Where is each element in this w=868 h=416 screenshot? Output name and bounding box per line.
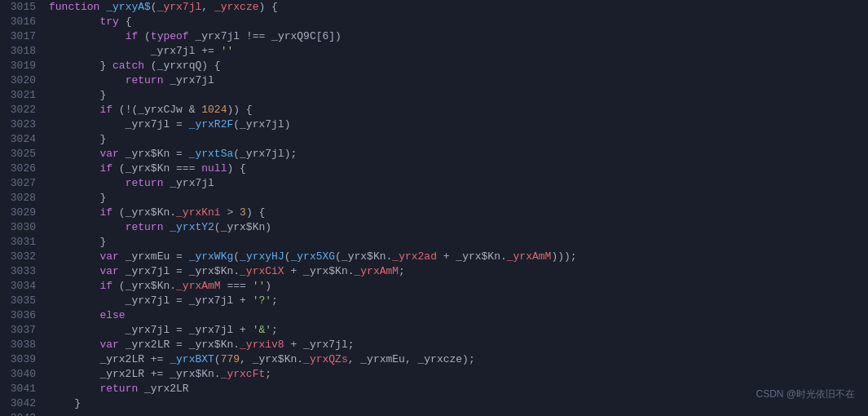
code-line: _yrx2LR += _yrx$Kn._yrxcFt;: [49, 367, 868, 382]
line-number: 3028: [7, 191, 36, 206]
line-number: 3029: [7, 206, 36, 220]
token-plain: ) {: [201, 60, 220, 72]
token-plain: _yrx2LR: [138, 383, 188, 395]
watermark: CSDN @时光依旧不在: [756, 387, 855, 401]
line-number: 3023: [7, 117, 36, 132]
line-number: 3040: [7, 367, 36, 382]
code-line: var _yrx2LR = _yrx$Kn._yrxiv8 + _yrx7jl;: [49, 338, 868, 352]
token-plain: _yrx7jl +=: [49, 45, 221, 57]
token-plain: [49, 265, 99, 277]
token-plain: [49, 177, 126, 189]
token-plain: , _yrxmEu, _yrxcze);: [348, 353, 475, 365]
token-plain: (: [151, 1, 157, 13]
token-kw: var: [99, 148, 118, 160]
token-plain: [49, 15, 99, 28]
line-number: 3036: [7, 308, 36, 323]
line-number: 3026: [7, 162, 36, 176]
token-param: _yrx7jl: [157, 1, 202, 13]
token-plain: [49, 280, 99, 292]
code-line: else: [49, 308, 868, 323]
line-number: 3024: [7, 132, 36, 147]
token-plain: (_yrx7jl): [233, 118, 290, 131]
token-plain: (_yrx$Kn.: [112, 280, 176, 292]
token-plain: _yrx7jl !== _yrxQ9C[6]): [195, 30, 341, 42]
code-line: _yrx7jl = _yrx7jl + '&';: [49, 323, 868, 338]
line-number: 3015: [7, 0, 36, 15]
token-plain: , _yrx$Kn.: [240, 353, 303, 365]
token-plain: (_yrx$Kn.: [335, 250, 392, 263]
token-plain: _yrx7jl: [163, 177, 214, 189]
token-plain: [49, 148, 99, 160]
token-prop: _yrxAmM: [176, 280, 221, 292]
token-kw: if: [99, 280, 112, 292]
token-fn: _yrxyHJ: [240, 250, 284, 263]
token-fn: _yrxBXT: [170, 353, 214, 365]
token-kw: return: [126, 74, 164, 86]
token-plain: [49, 250, 99, 263]
token-str: '?': [253, 294, 271, 307]
token-plain: [49, 383, 99, 395]
token-plain: (: [233, 250, 240, 263]
line-number: 3031: [7, 235, 36, 250]
token-kw: null: [201, 162, 227, 175]
line-number: 3043: [7, 411, 36, 416]
token-plain: _yrx7jl: [163, 74, 214, 86]
token-prop: _yrxcFt: [221, 368, 266, 380]
token-plain: _yrx2LR +=: [49, 353, 170, 365]
code-line: return _yrx2LR: [49, 382, 868, 396]
code-line: var _yrx$Kn = _yrxtSa(_yrx7jl);: [49, 147, 868, 162]
code-line: if (!(_yrxCJw & 1024)) {: [49, 103, 868, 117]
token-kw: return: [126, 221, 164, 233]
token-plain: ;: [399, 265, 405, 277]
token-fn: _yrxyA$: [106, 1, 151, 13]
token-plain: (_yrx$Kn.: [112, 206, 176, 219]
code-line: }: [49, 88, 868, 103]
token-plain: }: [49, 133, 106, 145]
code-line: [49, 411, 868, 416]
token-plain: {: [119, 15, 132, 28]
token-str: '&': [253, 324, 271, 336]
line-number: 3042: [7, 396, 36, 411]
token-plain: _yrx7jl =: [49, 118, 189, 131]
token-plain: ) {: [227, 162, 245, 175]
token-plain: (: [284, 250, 291, 263]
token-prop: _yrx2ad: [392, 250, 437, 263]
line-number: 3037: [7, 323, 36, 338]
code-line: var _yrxmEu = _yrxWKg(_yrxyHJ(_yrx5XG(_y…: [49, 250, 868, 264]
token-prop: _yrxiv8: [240, 339, 284, 351]
token-plain: _yrxrqQ: [157, 60, 202, 72]
token-plain: (_yrx$Kn): [214, 221, 271, 233]
token-fn: _yrxtSa: [189, 148, 234, 160]
token-kw: var: [99, 250, 118, 263]
token-kw: function: [49, 1, 99, 13]
token-kw: typeof: [151, 30, 189, 42]
token-plain: ) {: [246, 206, 265, 219]
token-plain: ;: [271, 324, 278, 336]
token-plain: (: [214, 353, 221, 365]
token-fn: _yrxWKg: [189, 250, 234, 263]
line-number: 3035: [7, 294, 36, 308]
line-number: 3032: [7, 250, 36, 264]
token-plain: _yrx7jl = _yrx$Kn.: [119, 265, 240, 277]
code-editor: 3015301630173018301930203021302230233024…: [0, 0, 868, 416]
token-plain: _yrx7jl = _yrx7jl +: [49, 324, 253, 336]
line-number: 3020: [7, 73, 36, 88]
token-kw: var: [99, 265, 118, 277]
token-plain: }: [49, 397, 81, 409]
token-plain: ;: [265, 368, 271, 380]
token-param: _yrxcze: [214, 1, 259, 13]
token-plain: ;: [271, 294, 278, 307]
token-fn: _yrx5XG: [291, 250, 336, 263]
token-plain: }: [49, 60, 112, 72]
token-plain: }: [49, 192, 106, 204]
token-kw: catch: [112, 60, 144, 72]
token-num: 1024: [201, 104, 227, 116]
code-line: try {: [49, 15, 868, 29]
code-line: if (_yrx$Kn._yrxKni > 3) {: [49, 206, 868, 220]
token-plain: }: [49, 89, 106, 101]
code-line: _yrx7jl = _yrx7jl + '?';: [49, 294, 868, 308]
code-content: function _yrxyA$(_yrx7jl, _yrxcze) { try…: [42, 0, 868, 416]
code-line: }: [49, 396, 868, 411]
line-number: 3022: [7, 103, 36, 117]
token-kw: var: [99, 339, 118, 351]
